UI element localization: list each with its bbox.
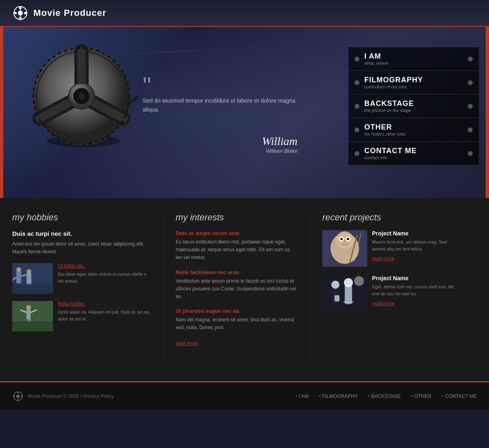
project-desc-2: Eget, eleme tum vel, cursus eleif end, e… [372, 283, 456, 297]
nav-subtitle-filmography: curriculum of my jobs [364, 84, 468, 89]
site-footer: Movie Producer © 2006 / Privacy Policy I… [0, 381, 489, 410]
hobby-item-2-text: Nulla facilisi. Uctor wisie na. Aliquam … [58, 301, 151, 332]
nav-text: OTHER my hobby, other jobs [364, 123, 468, 136]
nav-item-contact[interactable]: CONTACT ME contact info [348, 142, 479, 165]
svg-point-37 [340, 238, 343, 240]
interest-text-2: Vestibulum ante ipsum primis in faucib u… [176, 277, 297, 301]
nav-bullet [355, 80, 359, 85]
svg-rect-28 [12, 321, 53, 332]
hero-section: " Sed do eiusmod tempor incididunt ut la… [0, 27, 489, 198]
footer-left: Movie Producer © 2006 / Privacy Policy [12, 391, 114, 402]
interest-title-1: Duis ac turpis utrum ante. [176, 230, 297, 236]
footer-logo-icon [12, 391, 24, 402]
project-img-svg-2 [322, 275, 367, 312]
svg-point-1 [18, 11, 23, 15]
hero-quote: " Sed do eiusmod tempor incididunt ut la… [143, 80, 297, 154]
project-item-1: Project Name Mauris ferm ent. um dictum … [322, 230, 456, 267]
nav-title-backstage: BACKSTAGE [364, 99, 468, 108]
nav-subtitle-i-am: what, where [364, 61, 468, 66]
hobby-img-svg-2 [12, 301, 53, 332]
nav-text: BACKSTAGE the photos on the stage [364, 99, 468, 113]
hobby-link-1[interactable]: Ut tellus olo. [58, 263, 151, 269]
red-accent-right [486, 27, 489, 198]
interests-heading: my interests [176, 212, 297, 223]
project-item-1-text: Project Name Mauris ferm ent. um dictum … [372, 230, 456, 267]
hero-nav: I AM what, where FILMOGRAPHY curriculum … [348, 47, 479, 165]
footer-nav-contact[interactable]: CONTACT ME [442, 393, 477, 399]
projects-heading: recent projects [322, 212, 456, 223]
hobbies-intro-text: Amet ero sm ipsum dolor sit amet, coect … [12, 240, 151, 256]
footer-nav-i-am[interactable]: I AM [295, 393, 308, 399]
quote-open: " [143, 80, 297, 92]
project-name-1: Project Name [372, 230, 456, 237]
projects-column: recent projects [310, 212, 456, 365]
nav-bullet [355, 57, 359, 61]
svg-rect-31 [26, 319, 29, 321]
nav-bullet [355, 104, 359, 109]
project-desc-1: Mauris ferm ent. um dictum mag. Sed laor… [372, 239, 456, 252]
site-header: Movie Producer [0, 0, 489, 27]
interest-text-1: Eu lacus estibulum libero nisl, portaele… [176, 238, 297, 262]
svg-point-38 [347, 238, 349, 240]
film-reel-container [24, 39, 147, 186]
svg-point-21 [26, 269, 31, 274]
logo-film-reel-icon [12, 5, 29, 21]
nav-item-filmography[interactable]: FILMOGRAPHY curriculum of my jobs [348, 71, 479, 94]
nav-item-i-am[interactable]: I AM what, where [348, 47, 479, 71]
hobby-item-2: Nulla facilisi. Uctor wisie na. Aliquam … [12, 301, 151, 332]
deco-line-1 [82, 27, 485, 40]
nav-arrow [468, 57, 473, 61]
interest-text-3: Nam elit magna, endrerit sit amet, tinci… [176, 316, 297, 332]
site-title: Movie Producer [33, 8, 106, 18]
footer-nav-filmography[interactable]: FILMOGRAPHY [319, 393, 358, 399]
nav-text: CONTACT ME contact info [364, 147, 468, 160]
project-img-svg-1 [322, 230, 367, 267]
svg-point-57 [21, 395, 22, 397]
project-1-read-more[interactable]: read more [372, 256, 394, 261]
svg-rect-45 [345, 285, 352, 303]
hobby-desc-2: Uctor wisie na. Aliquam ert pat. Duis ac… [58, 309, 151, 322]
hobbies-heading: my hobbies [12, 212, 151, 223]
svg-point-39 [343, 240, 346, 243]
hobby-desc-1: Da pibus eget, elem entum el cursus elei… [58, 271, 151, 284]
project-2-read-more[interactable]: read more [372, 301, 394, 306]
nav-arrow [468, 127, 473, 132]
project-name-2: Project Name [372, 275, 456, 281]
svg-point-54 [17, 392, 19, 393]
hobby-item-1: Ut tellus olo. Da pibus eget, elem entum… [12, 263, 151, 294]
red-accent-left [0, 27, 3, 198]
signature-script: William [143, 135, 297, 148]
svg-point-19 [16, 267, 21, 272]
svg-point-47 [354, 276, 364, 286]
main-content: my hobbies Duis ac turpi nec sit. Amet e… [0, 198, 489, 381]
footer-nav-backstage[interactable]: BACKSTAGE [368, 393, 401, 399]
hobbies-column: my hobbies Duis ac turpi nec sit. Amet e… [12, 212, 151, 365]
hobby-item-1-text: Ut tellus olo. Da pibus eget, elem entum… [58, 263, 151, 294]
nav-arrow [468, 80, 473, 85]
nav-item-other[interactable]: OTHER my hobby, other jobs [348, 118, 479, 142]
svg-rect-20 [26, 273, 31, 285]
hero-quote-text: Sed do eiusmod tempor incididunt ut labo… [143, 96, 297, 114]
interests-read-more[interactable]: read more [176, 340, 198, 346]
project-image-2 [322, 275, 367, 312]
footer-nav: I AM FILMOGRAPHY BACKSTAGE OTHER CONTACT… [295, 393, 477, 399]
interest-title-3: Ut pharetra augue nec au. [176, 308, 297, 314]
interest-item-3: Ut pharetra augue nec au. Nam elit magna… [176, 308, 297, 332]
nav-text: I AM what, where [364, 52, 468, 66]
nav-subtitle-other: my hobby, other jobs [364, 132, 468, 136]
svg-point-27 [26, 305, 31, 310]
hobby-link-2[interactable]: Nulla facilisi. [58, 301, 151, 307]
interests-column: my interests Duis ac turpis utrum ante. … [163, 212, 297, 365]
signature-name: William Blake [266, 148, 297, 154]
hobby-img-svg-1 [12, 263, 53, 294]
hero-signature: William William Blake [143, 127, 297, 154]
interest-item-2: Nulla facilisiean nec eros. Vestibulum a… [176, 269, 297, 301]
footer-nav-other[interactable]: OTHER [411, 393, 431, 399]
nav-title-contact: CONTACT ME [364, 147, 468, 155]
hobby-image-2 [12, 301, 53, 332]
footer-copyright: Movie Producer © 2006 / Privacy Policy [28, 393, 114, 399]
svg-point-44 [331, 281, 339, 289]
hobby-image-1 [12, 263, 53, 294]
nav-subtitle-contact: contact info [364, 155, 468, 160]
nav-item-backstage[interactable]: BACKSTAGE the photos on the stage [348, 94, 479, 118]
